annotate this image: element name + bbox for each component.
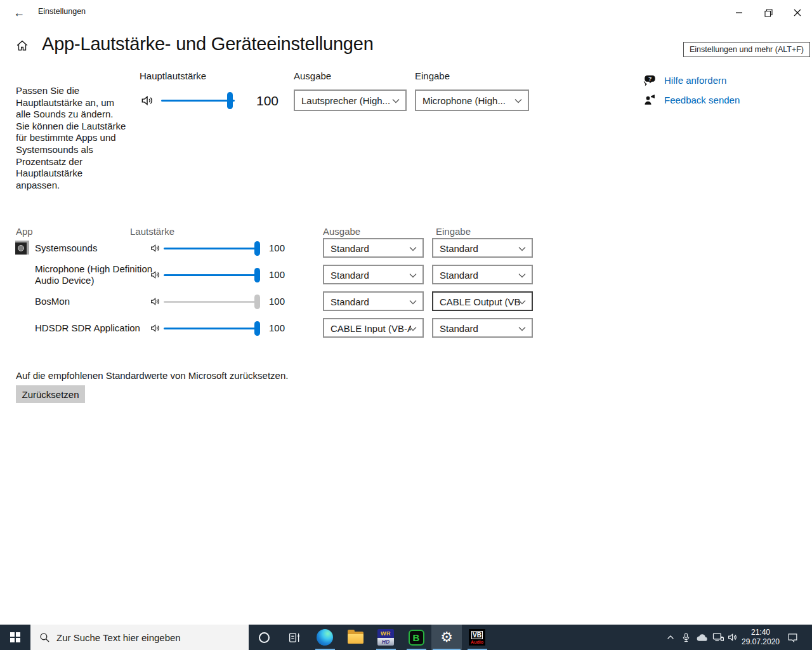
volume-slider-thumb[interactable] — [254, 321, 260, 336]
app-name: Systemsounds — [35, 242, 97, 253]
volume-slider-track[interactable] — [164, 274, 256, 276]
minimize-button[interactable] — [724, 0, 754, 25]
input-dropdown[interactable]: Standard — [432, 265, 533, 284]
send-feedback-link[interactable]: Feedback senden — [664, 95, 740, 105]
chevron-down-icon — [518, 296, 526, 307]
master-volume-value: 100 — [256, 93, 278, 109]
bosmon-icon: B — [409, 630, 424, 646]
app-row-microphone: Microphone (High Definition Audio Device… — [0, 265, 546, 286]
cortana-button[interactable] — [249, 625, 279, 650]
app-row-bosmon: BosMon 100 Standard CABLE Output (VB- — [0, 291, 546, 313]
master-output-dropdown[interactable]: Lautsprecher (High... — [294, 90, 407, 111]
taskbar-clock[interactable]: 21:40 29.07.2020 — [737, 628, 784, 647]
chevron-down-icon — [409, 269, 417, 280]
action-center-icon — [787, 632, 799, 644]
close-icon — [794, 9, 801, 17]
microphone-icon — [681, 632, 691, 643]
chevron-down-icon — [392, 95, 400, 106]
chevron-up-icon — [666, 633, 675, 642]
home-icon — [15, 39, 29, 55]
vb-audio-taskbar-button[interactable]: VBAudio — [462, 625, 492, 650]
onedrive-cloud-icon — [695, 631, 709, 644]
start-button[interactable] — [0, 625, 30, 650]
restore-icon — [764, 9, 773, 17]
microphone-tray-button[interactable] — [678, 625, 694, 650]
chevron-down-icon — [518, 269, 526, 280]
volume-slider-thumb-disabled — [254, 295, 260, 309]
volume-value: 100 — [269, 269, 285, 280]
master-output-label: Ausgabe — [294, 70, 331, 81]
window-title: Einstellungen — [38, 7, 86, 16]
output-dropdown[interactable]: CABLE Input (VB-A — [323, 318, 424, 338]
column-header-app: App — [16, 226, 33, 237]
close-button[interactable] — [783, 0, 812, 25]
taskbar-search[interactable] — [30, 625, 249, 650]
volume-value: 100 — [269, 322, 285, 333]
app-row-systemsounds: Systemsounds 100 Standard Standard — [0, 238, 546, 260]
app-name: BosMon — [35, 296, 70, 307]
app-name: HDSDR SDR Application — [35, 322, 140, 333]
chevron-down-icon — [409, 322, 417, 333]
settings-taskbar-button-active[interactable]: ⚙ — [431, 625, 462, 650]
volume-slider-thumb[interactable] — [254, 241, 260, 256]
chevron-down-icon — [518, 242, 526, 253]
volume-slider-track[interactable] — [164, 248, 256, 249]
back-button[interactable]: ← — [5, 0, 33, 25]
clock-time: 21:40 — [737, 628, 784, 637]
minimize-icon — [735, 9, 743, 17]
onedrive-tray-button[interactable] — [693, 625, 710, 650]
settings-gear-icon: ⚙ — [440, 630, 453, 644]
master-volume-label: Hauptlautstärke — [140, 70, 206, 81]
master-speaker-icon — [140, 93, 155, 110]
volume-slider-thumb[interactable] — [254, 268, 260, 282]
wr-hd-icon: WRHD — [377, 629, 394, 646]
column-header-input: Eingabe — [436, 226, 471, 237]
file-explorer-icon — [348, 632, 363, 644]
input-dropdown-focused[interactable]: CABLE Output (VB- — [432, 291, 533, 311]
app-row-hdsdr: HDSDR SDR Application 100 CABLE Input (V… — [0, 318, 546, 340]
browser-tooltip: Einstellungen und mehr (ALT+F) — [683, 42, 810, 57]
master-volume-slider-thumb[interactable] — [227, 92, 233, 109]
reset-description: Auf die empfohlenen Standardwerte von Mi… — [16, 370, 288, 381]
volume-speaker-icon — [150, 296, 161, 310]
app-name: Microphone (High Definition Audio Device… — [35, 263, 157, 286]
clock-date: 29.07.2020 — [737, 637, 784, 647]
volume-value: 100 — [269, 242, 285, 253]
vb-audio-icon: VBAudio — [469, 629, 485, 646]
taskbar: WRHD B ⚙ VBAudio — [0, 625, 812, 650]
ethernet-icon — [712, 631, 724, 644]
chevron-down-icon — [409, 242, 417, 253]
send-feedback-icon — [643, 94, 656, 109]
column-header-volume: Lautstärke — [130, 226, 174, 237]
volume-speaker-icon — [150, 242, 161, 256]
file-explorer-taskbar-button[interactable] — [340, 625, 370, 650]
tray-expand-button[interactable] — [662, 625, 679, 650]
description-text: Passen Sie die Hauptlautstärke an, um al… — [16, 85, 129, 191]
titlebar: ← Einstellungen — [0, 0, 812, 25]
task-view-button[interactable] — [279, 625, 310, 650]
action-center-button[interactable] — [783, 625, 802, 650]
volume-slider-track-disabled — [164, 301, 256, 303]
edge-taskbar-button[interactable] — [310, 625, 340, 650]
get-help-link[interactable]: Hilfe anfordern — [664, 75, 726, 86]
chevron-down-icon — [514, 95, 522, 106]
wr-hd-taskbar-button[interactable]: WRHD — [370, 625, 401, 650]
chevron-down-icon — [518, 322, 526, 333]
output-dropdown[interactable]: Standard — [323, 265, 424, 284]
master-volume-slider-track[interactable] — [161, 100, 235, 102]
output-dropdown[interactable]: Standard — [323, 291, 424, 311]
reset-button[interactable]: Zurücksetzen — [16, 385, 85, 403]
output-dropdown[interactable]: Standard — [323, 238, 424, 258]
input-dropdown[interactable]: Standard — [432, 238, 533, 258]
cortana-icon — [259, 632, 270, 643]
input-dropdown[interactable]: Standard — [432, 318, 533, 338]
windows-logo-icon — [10, 632, 20, 642]
volume-speaker-icon — [150, 269, 161, 283]
restore-button[interactable] — [754, 0, 783, 25]
volume-slider-track[interactable] — [164, 328, 256, 329]
bosmon-taskbar-button[interactable]: B — [401, 625, 431, 650]
search-input[interactable] — [56, 632, 228, 643]
master-input-dropdown[interactable]: Microphone (High... — [415, 90, 529, 111]
svg-text:?: ? — [648, 76, 652, 82]
settings-window: ← Einstellungen App-Lautstärke- und Gerä… — [0, 0, 812, 650]
